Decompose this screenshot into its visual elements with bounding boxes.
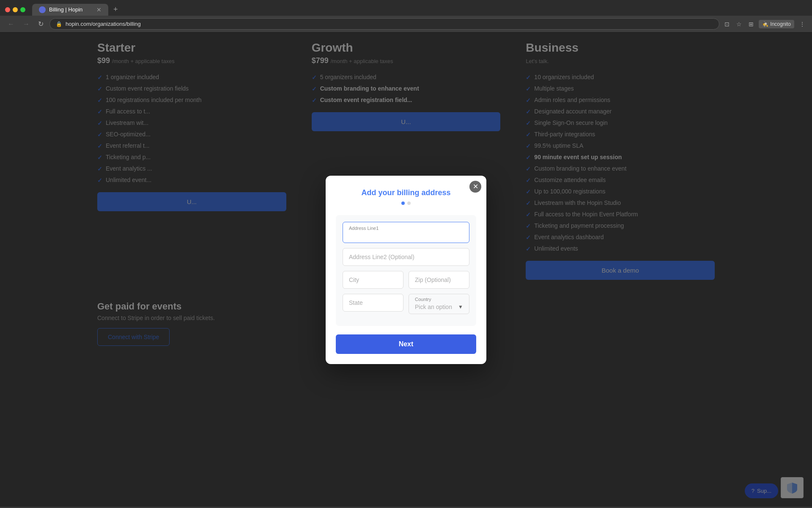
forward-btn[interactable]: →: [20, 19, 32, 30]
minimize-window-btn[interactable]: [13, 7, 18, 12]
modal-close-btn[interactable]: ✕: [469, 181, 481, 193]
address2-input[interactable]: [343, 248, 469, 266]
tab-close-btn[interactable]: ✕: [96, 6, 102, 13]
browser-chrome: Billing | Hopin ✕ + ← → ↻ 🔒 hopin.com/or…: [0, 0, 812, 33]
state-group: [343, 294, 403, 314]
nav-bar: ← → ↻ 🔒 hopin.com/organizations/billing …: [0, 16, 812, 32]
tab-bar: Billing | Hopin ✕ +: [0, 0, 812, 16]
city-group: [343, 271, 403, 289]
close-window-btn[interactable]: [5, 7, 10, 12]
incognito-label: Incognito: [770, 21, 791, 27]
tab-title: Billing | Hopin: [49, 6, 82, 13]
window-controls: [5, 7, 25, 12]
address1-input[interactable]: [349, 232, 463, 239]
state-input[interactable]: [343, 294, 403, 312]
secure-icon: 🔒: [56, 21, 62, 27]
modal-next-btn[interactable]: Next: [336, 334, 476, 354]
modal-title: Add your billing address: [336, 188, 476, 197]
nav-actions: ⊡ ☆ ⊞ 🕵 Incognito ⋮: [723, 19, 807, 29]
address2-group: [343, 248, 469, 266]
modal-dot-2: [407, 202, 411, 205]
incognito-badge: 🕵 Incognito: [759, 20, 794, 28]
country-group: Country Pick an option ▼: [409, 294, 469, 314]
maximize-window-btn[interactable]: [20, 7, 25, 12]
billing-address-modal: ✕ Add your billing address Address Line1: [326, 176, 486, 364]
zip-input[interactable]: [409, 271, 469, 289]
modal-progress-dots: [336, 202, 476, 205]
page-content: Starter $99 /month + applicable taxes ✓1…: [0, 33, 812, 507]
state-country-row: Country Pick an option ▼: [343, 294, 469, 314]
country-chevron-icon: ▼: [458, 304, 463, 310]
address1-label: Address Line1: [349, 226, 463, 231]
country-placeholder: Pick an option: [415, 304, 458, 310]
cast-icon[interactable]: ⊡: [723, 19, 731, 29]
address-bar[interactable]: 🔒 hopin.com/organizations/billing: [49, 18, 719, 30]
browser-tab-active[interactable]: Billing | Hopin ✕: [32, 4, 108, 16]
url-text: hopin.com/organizations/billing: [66, 21, 141, 27]
bookmark-icon[interactable]: ☆: [735, 19, 743, 29]
extension-icon[interactable]: ⊞: [747, 19, 755, 29]
address1-group: Address Line1: [343, 222, 469, 243]
modal-dot-1: [401, 202, 405, 205]
tab-favicon: [39, 6, 46, 13]
country-label: Country: [409, 294, 469, 302]
incognito-icon: 🕵: [762, 21, 768, 27]
reload-btn[interactable]: ↻: [36, 18, 46, 30]
new-tab-btn[interactable]: +: [110, 3, 121, 16]
zip-group: [409, 271, 469, 289]
city-input[interactable]: [343, 271, 403, 289]
modal-overlay: ✕ Add your billing address Address Line1: [0, 33, 812, 507]
city-zip-row: [343, 271, 469, 289]
back-btn[interactable]: ←: [5, 19, 17, 30]
modal-form-area: Address Line1: [336, 215, 476, 326]
menu-icon[interactable]: ⋮: [798, 19, 807, 29]
